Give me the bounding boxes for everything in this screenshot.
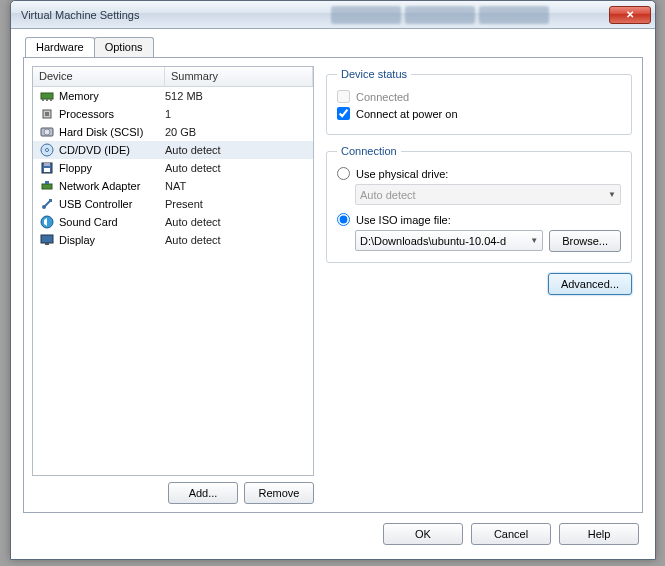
memory-icon	[39, 88, 55, 104]
physical-drive-combo: Auto detect ▼	[355, 184, 621, 205]
device-row-net[interactable]: Network AdapterNAT	[33, 177, 313, 195]
chevron-down-icon: ▼	[608, 190, 616, 199]
svg-rect-5	[45, 112, 49, 116]
svg-rect-16	[49, 199, 52, 202]
ok-button[interactable]: OK	[383, 523, 463, 545]
physical-radio[interactable]	[337, 167, 350, 180]
device-list-header: Device Summary	[33, 67, 313, 87]
svg-rect-13	[42, 184, 52, 189]
header-device[interactable]: Device	[33, 67, 165, 86]
device-label: Processors	[59, 108, 163, 120]
connected-label: Connected	[356, 91, 409, 103]
hdd-icon	[39, 124, 55, 140]
connection-legend: Connection	[337, 145, 401, 157]
cpu-icon	[39, 106, 55, 122]
tab-panel: Device Summary Memory512 MBProcessors1Ha…	[23, 57, 643, 513]
device-row-cd[interactable]: CD/DVD (IDE)Auto detect	[33, 141, 313, 159]
close-button[interactable]: ✕	[609, 6, 651, 24]
device-row-memory[interactable]: Memory512 MB	[33, 87, 313, 105]
svg-rect-19	[45, 243, 49, 245]
svg-rect-0	[41, 93, 53, 99]
tab-options[interactable]: Options	[94, 37, 154, 57]
device-status-group: Device status Connected Connect at power…	[326, 68, 632, 135]
header-summary[interactable]: Summary	[165, 67, 313, 86]
dialog-footer: OK Cancel Help	[383, 523, 639, 545]
poweron-row: Connect at power on	[337, 107, 621, 120]
sound-icon	[39, 214, 55, 230]
svg-rect-11	[44, 163, 50, 166]
device-summary: Present	[163, 198, 313, 210]
tab-hardware[interactable]: Hardware	[25, 37, 95, 57]
tab-strip: Hardware Options	[25, 37, 649, 57]
device-summary: 1	[163, 108, 313, 120]
device-summary: Auto detect	[163, 144, 313, 156]
device-label: Floppy	[59, 162, 163, 174]
device-label: CD/DVD (IDE)	[59, 144, 163, 156]
left-column: Device Summary Memory512 MBProcessors1Ha…	[24, 58, 322, 512]
device-status-legend: Device status	[337, 68, 411, 80]
floppy-icon	[39, 160, 55, 176]
window-title: Virtual Machine Settings	[21, 9, 331, 21]
iso-path-combo[interactable]: D:\Downloads\ubuntu-10.04-d ▼	[355, 230, 543, 251]
svg-rect-18	[41, 235, 53, 243]
device-label: Memory	[59, 90, 163, 102]
device-list: Device Summary Memory512 MBProcessors1Ha…	[32, 66, 314, 476]
iso-radio[interactable]	[337, 213, 350, 226]
chevron-down-icon: ▼	[530, 236, 538, 245]
net-icon	[39, 178, 55, 194]
advanced-button[interactable]: Advanced...	[548, 273, 632, 295]
cd-icon	[39, 142, 55, 158]
iso-row: Use ISO image file:	[337, 213, 621, 226]
background-tabs	[331, 6, 549, 24]
device-summary: Auto detect	[163, 234, 313, 246]
device-summary: 20 GB	[163, 126, 313, 138]
usb-icon	[39, 196, 55, 212]
connected-row: Connected	[337, 90, 621, 103]
add-button[interactable]: Add...	[168, 482, 238, 504]
connected-checkbox	[337, 90, 350, 103]
device-buttons: Add... Remove	[32, 482, 314, 504]
cancel-button[interactable]: Cancel	[471, 523, 551, 545]
svg-rect-2	[46, 99, 48, 101]
device-row-floppy[interactable]: FloppyAuto detect	[33, 159, 313, 177]
device-summary: 512 MB	[163, 90, 313, 102]
device-label: Hard Disk (SCSI)	[59, 126, 163, 138]
browse-button[interactable]: Browse...	[549, 230, 621, 252]
svg-rect-3	[50, 99, 52, 101]
client-area: Hardware Options Device Summary Memory51…	[17, 33, 649, 553]
remove-button[interactable]: Remove	[244, 482, 314, 504]
device-label: Sound Card	[59, 216, 163, 228]
svg-point-9	[46, 149, 49, 152]
svg-rect-1	[42, 99, 44, 101]
settings-dialog: Virtual Machine Settings ✕ Hardware Opti…	[10, 0, 656, 560]
svg-point-7	[44, 129, 50, 135]
display-icon	[39, 232, 55, 248]
connection-group: Connection Use physical drive: Auto dete…	[326, 145, 632, 263]
device-row-display[interactable]: DisplayAuto detect	[33, 231, 313, 249]
iso-label[interactable]: Use ISO image file:	[356, 214, 451, 226]
poweron-label[interactable]: Connect at power on	[356, 108, 458, 120]
device-row-hdd[interactable]: Hard Disk (SCSI)20 GB	[33, 123, 313, 141]
device-label: Network Adapter	[59, 180, 163, 192]
close-icon: ✕	[626, 9, 634, 20]
device-row-sound[interactable]: Sound CardAuto detect	[33, 213, 313, 231]
poweron-checkbox[interactable]	[337, 107, 350, 120]
device-row-usb[interactable]: USB ControllerPresent	[33, 195, 313, 213]
physical-row: Use physical drive:	[337, 167, 621, 180]
svg-rect-14	[45, 181, 49, 184]
device-summary: NAT	[163, 180, 313, 192]
svg-rect-12	[44, 168, 50, 172]
device-summary: Auto detect	[163, 162, 313, 174]
titlebar: Virtual Machine Settings ✕	[11, 1, 655, 29]
physical-label[interactable]: Use physical drive:	[356, 168, 448, 180]
device-label: USB Controller	[59, 198, 163, 210]
help-button[interactable]: Help	[559, 523, 639, 545]
device-row-cpu[interactable]: Processors1	[33, 105, 313, 123]
device-label: Display	[59, 234, 163, 246]
right-column: Device status Connected Connect at power…	[322, 58, 642, 512]
device-summary: Auto detect	[163, 216, 313, 228]
